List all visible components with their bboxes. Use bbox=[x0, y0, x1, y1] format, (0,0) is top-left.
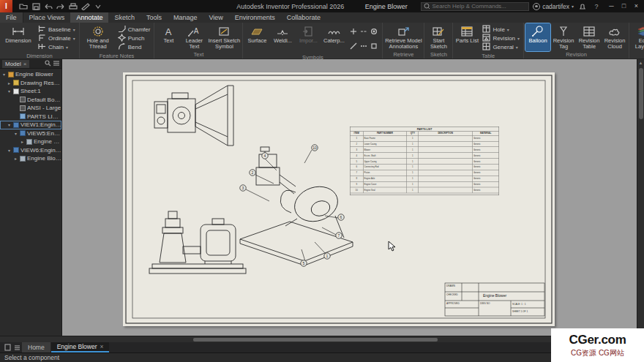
punch-button[interactable]: Punch bbox=[116, 34, 152, 42]
view-isometric-drawing[interactable] bbox=[240, 147, 353, 265]
undo-icon[interactable] bbox=[43, 1, 53, 11]
revision-table-small-button[interactable]: Revision▾ bbox=[481, 34, 521, 42]
tree-item-view6[interactable]: ▾VIEW6:Engine Blow bbox=[0, 146, 61, 155]
expand-icon[interactable]: ▾ bbox=[13, 131, 18, 136]
help-icon[interactable]: ? bbox=[591, 1, 602, 11]
maximize-button[interactable]: □ bbox=[618, 1, 630, 12]
search-input[interactable] bbox=[432, 3, 526, 10]
chamfer-button[interactable]: Chamfer bbox=[116, 25, 152, 34]
tab-collaborate[interactable]: Collaborate bbox=[281, 12, 326, 23]
drawing-canvas[interactable]: 4 2 3 10 6 1 5 7 bbox=[62, 59, 637, 336]
inventor-logo-icon[interactable]: I bbox=[0, 0, 12, 12]
expand-icon[interactable]: ▸ bbox=[20, 139, 25, 144]
search-box[interactable] bbox=[421, 2, 529, 11]
tree-item-view1[interactable]: ▾VIEW1:Engine Blow bbox=[0, 121, 61, 129]
center-pattern-icon[interactable] bbox=[370, 25, 379, 38]
vertical-scroll-thumb[interactable] bbox=[639, 68, 643, 119]
revision-tag-button[interactable]: Revision Tag bbox=[551, 23, 576, 51]
view-side-drawing[interactable] bbox=[154, 86, 233, 146]
browser-menu-icon[interactable] bbox=[53, 60, 59, 68]
general-table-button[interactable]: General▾ bbox=[481, 42, 521, 51]
tree-item-view5[interactable]: ▾VIEW5:Engine B bbox=[0, 129, 61, 138]
close-button[interactable]: × bbox=[630, 1, 643, 12]
horizontal-scrollbar[interactable] bbox=[0, 336, 644, 342]
group-label-text[interactable]: Text bbox=[154, 51, 242, 59]
tab-manage[interactable]: Manage bbox=[168, 12, 203, 23]
expand-icon[interactable]: ▾ bbox=[1, 72, 7, 77]
expand-icon[interactable]: ▾ bbox=[7, 88, 12, 94]
drawing-sheet[interactable]: 4 2 3 10 6 1 5 7 bbox=[123, 72, 555, 326]
bisector-icon[interactable] bbox=[349, 39, 359, 53]
tree-item-sheet1[interactable]: ▾Sheet:1 bbox=[0, 87, 61, 96]
expand-icon[interactable]: ▾ bbox=[7, 148, 12, 153]
notifications-icon[interactable] bbox=[577, 1, 588, 11]
leader-text-button[interactable]: A Leader Text bbox=[181, 23, 206, 51]
vertical-scrollbar[interactable]: ▲ ▼ bbox=[637, 59, 644, 336]
doc-tab-engine-blower[interactable]: Engine Blower × bbox=[51, 342, 110, 352]
parts-list-table[interactable]: PARTS LIST ITEM PART NUMBER QTY DESCRIPT… bbox=[350, 127, 499, 195]
doc-list-icon[interactable] bbox=[12, 342, 21, 352]
tree-item-default-border[interactable]: Default Border bbox=[0, 96, 61, 105]
group-label-sketch[interactable]: Sketch bbox=[424, 51, 452, 59]
tab-place-views[interactable]: Place Views bbox=[23, 12, 71, 23]
hole-table-button[interactable]: Hole▾ bbox=[481, 25, 521, 34]
bend-button[interactable]: Bend bbox=[116, 42, 152, 51]
tab-sketch[interactable]: Sketch bbox=[108, 12, 141, 23]
insert-sketch-symbol-button[interactable]: Insert Sketch Symbol bbox=[207, 23, 241, 51]
tree-item-assembly[interactable]: ▾Engine Blower bbox=[0, 70, 61, 79]
tab-tools[interactable]: Tools bbox=[141, 12, 168, 23]
text-button[interactable]: A Text bbox=[156, 23, 181, 51]
welding-symbol-button[interactable]: Weldi... bbox=[270, 23, 295, 54]
scroll-up-icon[interactable]: ▲ bbox=[639, 59, 643, 67]
tree-item-ansi-large[interactable]: ANSI - Large bbox=[0, 104, 61, 113]
balloon-button[interactable]: Balloon bbox=[525, 23, 550, 51]
center-mark-icon[interactable] bbox=[349, 25, 359, 38]
group-label-format[interactable]: Format bbox=[629, 51, 644, 59]
tree-item-drawing-resources[interactable]: ▸Drawing Resources bbox=[0, 79, 61, 88]
new-doc-icon[interactable] bbox=[3, 342, 12, 352]
hole-and-thread-button[interactable]: Hole and Thread bbox=[81, 23, 115, 53]
chain-button[interactable]: Chain▾ bbox=[37, 42, 77, 51]
measure-icon[interactable] bbox=[80, 1, 91, 11]
dots-icon[interactable] bbox=[359, 39, 369, 53]
revision-table-button[interactable]: Revision Table bbox=[577, 23, 602, 51]
group-label-retrieve[interactable]: Retrieve bbox=[383, 51, 424, 59]
caterpillar-button[interactable]: Caterp... bbox=[321, 23, 346, 54]
balloon-callouts[interactable]: 4 2 3 10 6 1 5 7 bbox=[240, 145, 344, 266]
close-icon[interactable]: × bbox=[23, 60, 27, 68]
dimension-button[interactable]: Dimension bbox=[1, 23, 35, 53]
tab-file[interactable]: File bbox=[0, 12, 23, 23]
view-front-drawing[interactable] bbox=[149, 211, 246, 274]
title-block[interactable]: DRAWN CHECKED APPROVED DWG NO SCALE: 1 :… bbox=[445, 283, 544, 316]
browser-tab-model[interactable]: Model × bbox=[2, 60, 29, 68]
surface-symbol-button[interactable]: Surface bbox=[244, 23, 269, 54]
doc-tab-home[interactable]: Home bbox=[22, 342, 50, 352]
tree-item-part-ref[interactable]: ▸Engine Blower.ia bbox=[0, 154, 61, 163]
minimize-button[interactable]: ─ bbox=[605, 1, 618, 12]
edit-layers-button[interactable]: Edit Layers bbox=[631, 23, 644, 51]
tree-item-part-ref[interactable]: ▸Engine Blower.ia bbox=[0, 137, 61, 146]
start-sketch-button[interactable]: Start Sketch bbox=[426, 23, 451, 51]
expand-icon[interactable]: ▸ bbox=[13, 156, 18, 161]
expand-icon[interactable]: ▾ bbox=[7, 122, 12, 127]
close-icon[interactable]: × bbox=[100, 343, 104, 350]
save-icon[interactable] bbox=[31, 1, 41, 11]
tab-annotate[interactable]: Annotate bbox=[70, 12, 108, 23]
dropdown-icon[interactable] bbox=[93, 1, 103, 11]
parts-list-button[interactable]: Parts List bbox=[454, 23, 479, 53]
print-icon[interactable] bbox=[68, 1, 78, 11]
ordinate-button[interactable]: Ordinate▾ bbox=[37, 34, 77, 42]
tab-view[interactable]: View bbox=[203, 12, 228, 23]
centerline-icon[interactable] bbox=[359, 25, 369, 38]
square-symbol-icon[interactable] bbox=[370, 39, 379, 53]
retrieve-model-annotations-button[interactable]: Retrieve Model Annotations bbox=[384, 23, 422, 51]
baseline-button[interactable]: Baseline▾ bbox=[37, 25, 77, 34]
account-menu[interactable]: cadartifex ▾ bbox=[533, 3, 574, 10]
redo-icon[interactable] bbox=[56, 1, 66, 11]
horizontal-scroll-thumb[interactable] bbox=[193, 338, 438, 342]
tree-item-parts-list[interactable]: PARTS LIST:Engine bbox=[0, 113, 61, 121]
expand-icon[interactable]: ▸ bbox=[7, 80, 12, 86]
group-label-revision[interactable]: Revision bbox=[524, 51, 629, 59]
open-icon[interactable] bbox=[18, 1, 29, 11]
browser-search-icon[interactable] bbox=[45, 60, 51, 68]
